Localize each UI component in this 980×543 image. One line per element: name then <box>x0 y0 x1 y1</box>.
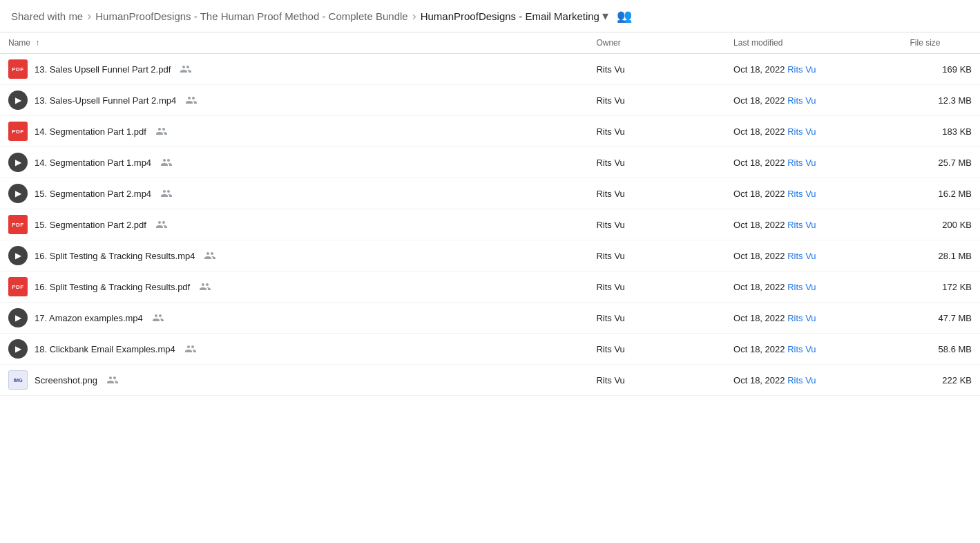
breadcrumb: Shared with me › HumanProofDesigns - The… <box>0 0 980 32</box>
image-icon: IMG <box>8 370 28 390</box>
cell-modified: Oct 18, 2022 Rits Vu <box>725 334 901 365</box>
table-row[interactable]: ▶ 15. Segmentation Part 2.mp4 Rits Vu Oc… <box>0 178 980 209</box>
breadcrumb-sep-2: › <box>411 9 418 23</box>
cell-owner: Rits Vu <box>588 54 725 85</box>
cell-owner: Rits Vu <box>588 272 725 303</box>
cell-size: 16.2 MB <box>901 178 980 209</box>
shared-icon <box>161 157 172 168</box>
table-row[interactable]: PDF 14. Segmentation Part 1.pdf Rits Vu … <box>0 116 980 147</box>
cell-owner: Rits Vu <box>588 209 725 240</box>
breadcrumb-current-label: HumanProofDesigns - Email Marketing <box>421 10 599 22</box>
pdf-icon: PDF <box>8 215 28 234</box>
cell-size: 28.1 MB <box>901 240 980 272</box>
cell-name: PDF 16. Split Testing & Tracking Results… <box>0 272 588 303</box>
cell-owner: Rits Vu <box>588 178 725 209</box>
table-row[interactable]: ▶ 18. Clickbank Email Examples.mp4 Rits … <box>0 334 980 365</box>
cell-size: 25.7 MB <box>901 147 980 178</box>
table-row[interactable]: ▶ 16. Split Testing & Tracking Results.m… <box>0 240 980 272</box>
cell-name: ▶ 16. Split Testing & Tracking Results.m… <box>0 240 588 272</box>
cell-name: ▶ 17. Amazon examples.mp4 <box>0 303 588 334</box>
cell-size: 183 KB <box>901 116 980 147</box>
breadcrumb-bundle[interactable]: HumanProofDesigns - The Human Proof Meth… <box>95 10 407 22</box>
cell-owner: Rits Vu <box>588 240 725 272</box>
cell-name: PDF 13. Sales Upsell Funnel Part 2.pdf <box>0 54 588 85</box>
cell-size: 200 KB <box>901 209 980 240</box>
pdf-icon: PDF <box>8 59 28 79</box>
cell-modified: Oct 18, 2022 Rits Vu <box>725 178 901 209</box>
breadcrumb-current-folder: HumanProofDesigns - Email Marketing ▾ <box>421 8 608 23</box>
video-icon: ▶ <box>8 339 28 359</box>
cell-owner: Rits Vu <box>588 334 725 365</box>
file-name: 13. Sales Upsell Funnel Part 2.pdf <box>35 64 171 75</box>
col-header-name[interactable]: Name ↑ <box>0 32 588 54</box>
video-icon: ▶ <box>8 184 28 203</box>
breadcrumb-dropdown-icon[interactable]: ▾ <box>602 8 608 23</box>
file-name: 16. Split Testing & Tracking Results.pdf <box>35 282 190 292</box>
video-icon: ▶ <box>8 90 28 110</box>
table-row[interactable]: ▶ 14. Segmentation Part 1.mp4 Rits Vu Oc… <box>0 147 980 178</box>
cell-owner: Rits Vu <box>588 365 725 396</box>
cell-name: ▶ 14. Segmentation Part 1.mp4 <box>0 147 588 178</box>
file-table: Name ↑ Owner Last modified File size PDF… <box>0 32 980 396</box>
cell-modified: Oct 18, 2022 Rits Vu <box>725 303 901 334</box>
shared-icon <box>204 250 215 261</box>
table-row[interactable]: PDF 15. Segmentation Part 2.pdf Rits Vu … <box>0 209 980 240</box>
shared-icon <box>186 95 197 106</box>
pdf-icon: PDF <box>8 122 28 141</box>
pdf-icon: PDF <box>8 277 28 296</box>
cell-size: 12.3 MB <box>901 85 980 116</box>
cell-modified: Oct 18, 2022 Rits Vu <box>725 147 901 178</box>
breadcrumb-shared-with-me[interactable]: Shared with me <box>11 10 83 22</box>
cell-modified: Oct 18, 2022 Rits Vu <box>725 240 901 272</box>
cell-name: ▶ 15. Segmentation Part 2.mp4 <box>0 178 588 209</box>
video-icon: ▶ <box>8 153 28 172</box>
table-row[interactable]: PDF 16. Split Testing & Tracking Results… <box>0 272 980 303</box>
file-name: 13. Sales-Upsell Funnel Part 2.mp4 <box>35 95 176 106</box>
breadcrumb-manage-people-icon[interactable]: 👥 <box>617 8 632 23</box>
table-row[interactable]: ▶ 13. Sales-Upsell Funnel Part 2.mp4 Rit… <box>0 85 980 116</box>
cell-size: 222 KB <box>901 365 980 396</box>
file-name: 18. Clickbank Email Examples.mp4 <box>35 344 175 354</box>
cell-modified: Oct 18, 2022 Rits Vu <box>725 85 901 116</box>
col-header-owner[interactable]: Owner <box>588 32 725 54</box>
shared-icon <box>153 312 164 323</box>
cell-name: PDF 14. Segmentation Part 1.pdf <box>0 116 588 147</box>
cell-name: ▶ 13. Sales-Upsell Funnel Part 2.mp4 <box>0 85 588 116</box>
cell-size: 169 KB <box>901 54 980 85</box>
cell-modified: Oct 18, 2022 Rits Vu <box>725 116 901 147</box>
cell-name: PDF 15. Segmentation Part 2.pdf <box>0 209 588 240</box>
cell-size: 172 KB <box>901 272 980 303</box>
table-row[interactable]: IMG Screenshot.png Rits Vu Oct 18, 2022 … <box>0 365 980 396</box>
cell-modified: Oct 18, 2022 Rits Vu <box>725 209 901 240</box>
file-name: 14. Segmentation Part 1.mp4 <box>35 158 151 168</box>
cell-owner: Rits Vu <box>588 85 725 116</box>
cell-name: ▶ 18. Clickbank Email Examples.mp4 <box>0 334 588 365</box>
sort-icon: ↑ <box>35 38 39 48</box>
shared-icon <box>185 343 196 354</box>
table-row[interactable]: PDF 13. Sales Upsell Funnel Part 2.pdf R… <box>0 54 980 85</box>
shared-icon <box>156 219 167 230</box>
cell-size: 58.6 MB <box>901 334 980 365</box>
cell-modified: Oct 18, 2022 Rits Vu <box>725 54 901 85</box>
file-name: 17. Amazon examples.mp4 <box>35 313 143 323</box>
file-name: 16. Split Testing & Tracking Results.mp4 <box>35 251 195 261</box>
video-icon: ▶ <box>8 246 28 265</box>
shared-icon <box>180 64 191 75</box>
table-row[interactable]: ▶ 17. Amazon examples.mp4 Rits Vu Oct 18… <box>0 303 980 334</box>
file-name: 14. Segmentation Part 1.pdf <box>35 126 146 137</box>
file-name: 15. Segmentation Part 2.mp4 <box>35 189 151 199</box>
cell-owner: Rits Vu <box>588 116 725 147</box>
shared-icon <box>200 281 211 292</box>
cell-owner: Rits Vu <box>588 147 725 178</box>
cell-modified: Oct 18, 2022 Rits Vu <box>725 365 901 396</box>
table-header-row: Name ↑ Owner Last modified File size <box>0 32 980 54</box>
shared-icon <box>161 188 172 199</box>
col-header-size[interactable]: File size <box>901 32 980 54</box>
file-name: 15. Segmentation Part 2.pdf <box>35 220 146 230</box>
shared-icon <box>156 126 167 137</box>
cell-size: 47.7 MB <box>901 303 980 334</box>
cell-modified: Oct 18, 2022 Rits Vu <box>725 272 901 303</box>
col-header-modified[interactable]: Last modified <box>725 32 901 54</box>
shared-icon <box>107 374 118 385</box>
cell-name: IMG Screenshot.png <box>0 365 588 396</box>
